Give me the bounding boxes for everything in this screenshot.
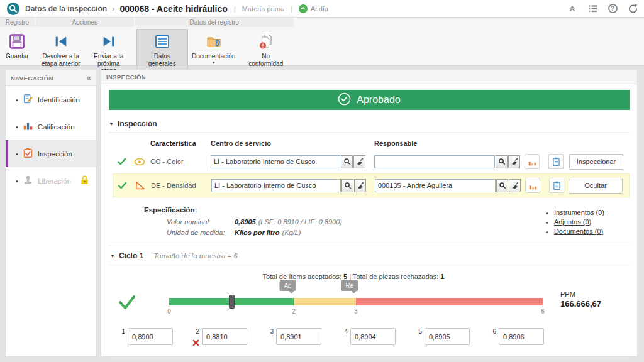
documentation-button[interactable]: Documentación ▼	[188, 29, 240, 69]
clear-eraser-icon	[511, 182, 519, 189]
panel-body: Aprobado ▼ Inspección Característica Cen…	[101, 84, 637, 358]
chart-button[interactable]	[525, 178, 540, 193]
bullet-icon: •	[16, 150, 18, 158]
documents-link[interactable]: Documentos (0)	[554, 228, 603, 235]
sample-value-input[interactable]	[499, 328, 544, 345]
collapse-caret-icon: ▼	[110, 253, 115, 259]
sidebar-item-calificacion[interactable]: • Calificación	[6, 113, 96, 140]
nominal-label: Valor nominal:	[167, 218, 235, 226]
bullet-icon: •	[16, 96, 18, 104]
cycle-approved-check-icon	[118, 294, 139, 312]
help-icon[interactable]: ?	[608, 4, 618, 14]
search-icon	[499, 182, 506, 189]
search-button[interactable]	[341, 179, 353, 192]
gauge-marker-handle[interactable]	[229, 295, 235, 309]
bullet-icon: •	[16, 123, 18, 131]
service-center-lookup	[211, 179, 366, 192]
service-center-input[interactable]	[211, 155, 340, 168]
sidebar-item-liberacion[interactable]: • Liberación	[6, 167, 96, 194]
service-center-input[interactable]	[211, 179, 341, 192]
app-logo-magnifier-icon	[6, 2, 20, 16]
sample-number: 5	[418, 328, 422, 335]
search-icon	[498, 158, 506, 165]
instruments-link[interactable]: Instrumentos (0)	[554, 209, 604, 216]
rejected-value: 1	[440, 273, 444, 280]
list-item: Instrumentos (0)	[554, 209, 604, 216]
hide-button[interactable]: Ocultar	[569, 178, 623, 194]
status-badge-label: Al día	[311, 5, 328, 13]
search-button[interactable]	[341, 155, 353, 168]
search-icon	[343, 158, 351, 165]
collapse-caret-icon: ▼	[109, 121, 114, 127]
clear-button[interactable]	[353, 155, 365, 168]
eye-icon	[129, 158, 150, 166]
list-item: Documentos (0)	[554, 228, 604, 235]
sample-value-input[interactable]	[128, 328, 173, 345]
attachments-link[interactable]: Adjuntos (0)	[554, 218, 591, 226]
table-row-densidad: DE - Densidad	[113, 173, 630, 197]
sample-value-input[interactable]	[276, 328, 321, 345]
sample-value-input[interactable]	[350, 328, 396, 345]
document-pencil-icon	[23, 94, 33, 106]
responsible-input[interactable]	[375, 179, 496, 192]
breadcrumb[interactable]: Datos de la inspección	[25, 4, 107, 13]
row-approved-check-icon	[114, 182, 130, 190]
nonconformity-button[interactable]: No conformidad	[240, 29, 292, 69]
collapse-sidebar-icon[interactable]: «	[87, 74, 91, 82]
status-banner-label: Aprobado	[357, 94, 400, 106]
search-button[interactable]	[496, 155, 508, 168]
sample-value-input[interactable]	[202, 328, 247, 345]
refresh-icon[interactable]	[628, 4, 638, 14]
section-title: Inspección	[118, 119, 157, 128]
sidebar-item-label: Liberación	[38, 177, 71, 185]
characteristics-table: Característica Centro de servicio Respon…	[109, 133, 630, 200]
stamp-icon	[23, 175, 33, 187]
responsible-lookup	[374, 155, 520, 168]
responsible-lookup	[375, 179, 521, 192]
cycle-header[interactable]: ▼ Ciclo 1 Tamaño de la muestra = 6	[109, 246, 630, 265]
sidebar-item-inspeccion[interactable]: • Inspección	[6, 140, 96, 167]
sidebar-item-identificacion[interactable]: • Identificación	[6, 86, 96, 113]
sample-number: 6	[492, 328, 496, 335]
sample-number: 3	[270, 328, 274, 335]
top-bar: Datos de la inspección › 000068 - Aceite…	[0, 0, 644, 18]
clipboard-check-icon	[23, 148, 33, 160]
clear-button[interactable]	[509, 179, 521, 192]
toolbar-group-registro: Registro Guardar	[0, 18, 35, 65]
sample-value-input[interactable]	[425, 328, 470, 345]
divider: |	[349, 273, 351, 280]
sample-number: 2	[196, 328, 199, 335]
workspace: NAVEGACIÓN « • Identificación • Califica…	[0, 66, 644, 362]
clear-button[interactable]	[354, 179, 366, 192]
group-label: Acciones	[36, 18, 134, 27]
panel-header: INSPECCIÓN	[101, 70, 637, 84]
search-icon	[344, 182, 352, 189]
nonconformity-pages-icon	[258, 32, 274, 51]
ppm-label: PPM	[560, 290, 621, 298]
up-to-date-icon	[299, 4, 308, 13]
notes-button[interactable]	[549, 178, 564, 193]
responsible-input[interactable]	[374, 155, 495, 168]
gauge-reject-zone	[356, 298, 543, 305]
accept-limit-flag: Ac	[279, 280, 296, 291]
inspect-button[interactable]: Inspeccionar	[569, 154, 623, 170]
section-inspeccion-header[interactable]: ▼ Inspección	[109, 116, 630, 133]
general-data-button[interactable]: Datos generales	[136, 29, 188, 69]
unit-label: Unidad de medida:	[167, 229, 235, 236]
list-view-icon[interactable]	[587, 4, 597, 14]
dropdown-caret-icon: ▼	[212, 61, 216, 65]
group-label: Registro	[0, 18, 35, 27]
related-links: Instrumentos (0) Adjuntos (0) Documentos…	[545, 209, 604, 239]
gauge-warn-zone	[294, 298, 356, 305]
sample-1: 1	[118, 328, 173, 348]
unit-abbr: (Kg/L)	[282, 229, 301, 236]
characteristic-label: DE - Densidad	[151, 182, 211, 189]
collapse-toolbar-icon[interactable]	[567, 4, 577, 14]
clear-button[interactable]	[508, 155, 520, 168]
chart-button[interactable]	[525, 154, 540, 169]
bar-chart-icon	[23, 121, 33, 133]
acceptance-gauge: Ac Re 0 2 3 6	[169, 298, 543, 305]
notes-button[interactable]	[548, 154, 564, 169]
save-button[interactable]: Guardar	[1, 29, 33, 63]
search-button[interactable]	[496, 179, 508, 192]
